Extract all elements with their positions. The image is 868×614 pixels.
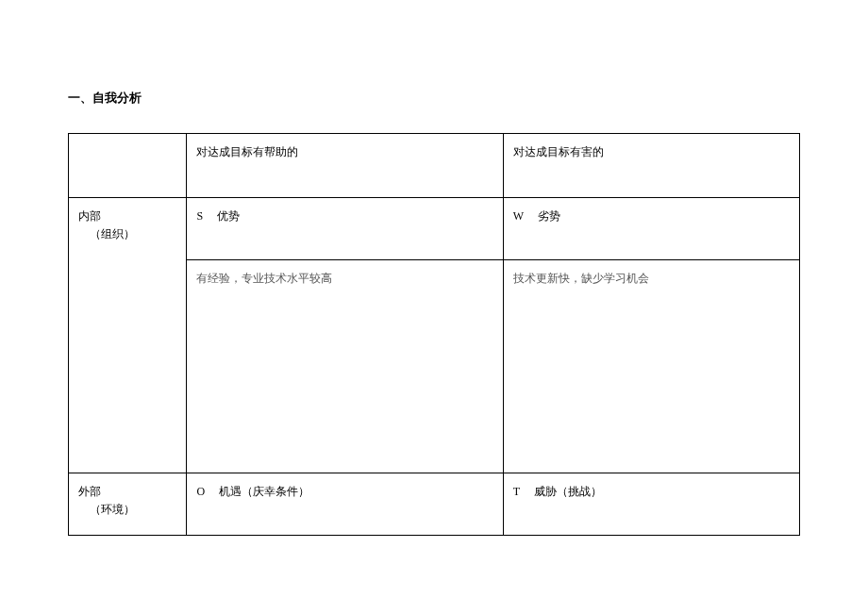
empty-cell xyxy=(69,134,187,198)
o-letter: O xyxy=(196,485,205,498)
w-letter: W xyxy=(513,209,524,223)
weakness-header: W劣势 xyxy=(503,198,799,260)
section-heading: 一、自我分析 xyxy=(68,90,800,107)
s-label: 优势 xyxy=(217,209,240,223)
internal-label-cell: 内部 （组织） xyxy=(69,198,187,473)
opportunity-header: O机遇（庆幸条件） xyxy=(187,473,503,536)
t-letter: T xyxy=(513,485,520,498)
table-row: 内部 （组织） S优势 W劣势 xyxy=(69,198,800,260)
header-helpful: 对达成目标有帮助的 xyxy=(187,134,503,198)
swot-table: 对达成目标有帮助的 对达成目标有害的 内部 （组织） S优势 W劣势 有经验，专… xyxy=(68,133,800,536)
document-page: 一、自我分析 对达成目标有帮助的 对达成目标有害的 内部 （组织） S优势 W劣… xyxy=(0,0,868,536)
header-harmful: 对达成目标有害的 xyxy=(503,134,799,198)
strength-content: 有经验，专业技术水平较高 xyxy=(187,260,503,473)
internal-label-line2: （组织） xyxy=(78,225,176,243)
external-label-cell: 外部 （环境） xyxy=(69,473,187,536)
weakness-content: 技术更新快，缺少学习机会 xyxy=(503,260,799,473)
strength-header: S优势 xyxy=(187,198,503,260)
s-letter: S xyxy=(196,209,203,223)
t-label: 威胁（挑战） xyxy=(534,485,602,498)
external-label-line1: 外部 xyxy=(78,485,101,498)
o-label: 机遇（庆幸条件） xyxy=(219,485,309,498)
threat-header: T威胁（挑战） xyxy=(503,473,799,536)
external-label-line2: （环境） xyxy=(78,501,176,519)
table-row: 外部 （环境） O机遇（庆幸条件） T威胁（挑战） xyxy=(69,473,800,536)
w-label: 劣势 xyxy=(538,209,560,223)
internal-label-line1: 内部 xyxy=(78,209,101,223)
table-row: 对达成目标有帮助的 对达成目标有害的 xyxy=(69,134,800,198)
